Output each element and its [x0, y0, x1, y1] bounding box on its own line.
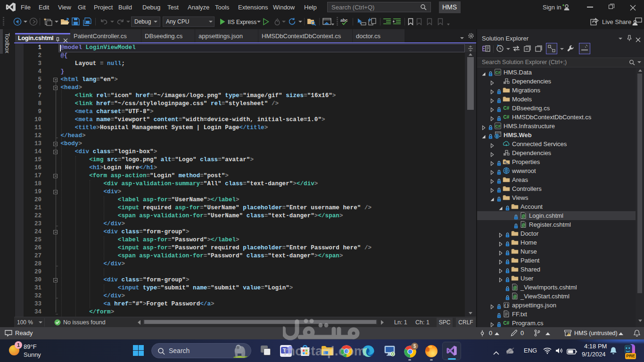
svg-text:@: @ — [522, 222, 525, 228]
svg-text:@: @ — [522, 214, 525, 219]
svg-text:@: @ — [513, 294, 517, 300]
svg-text:C#: C# — [495, 124, 501, 129]
svg-text:C#: C# — [495, 70, 501, 75]
svg-text:C#: C# — [504, 106, 510, 111]
svg-text:{ }: { } — [504, 303, 509, 308]
svg-text:C#: C# — [504, 115, 510, 120]
svg-text:C#: C# — [504, 321, 510, 326]
svg-text:@: @ — [513, 285, 517, 291]
svg-text:abc: abc — [340, 18, 348, 23]
